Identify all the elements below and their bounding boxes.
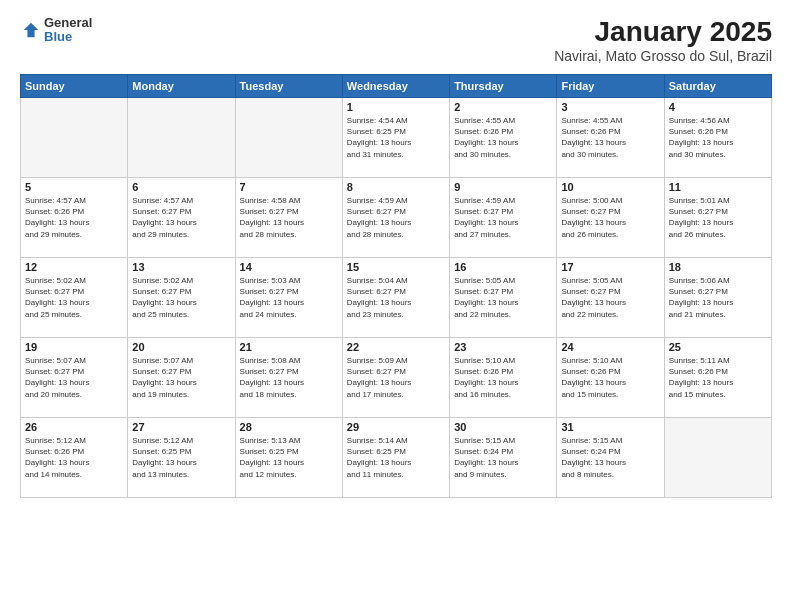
day-cell-0-1 [128, 98, 235, 178]
day-cell-2-3: 15Sunrise: 5:04 AM Sunset: 6:27 PM Dayli… [342, 258, 449, 338]
day-number: 20 [132, 341, 230, 353]
col-sunday: Sunday [21, 75, 128, 98]
day-cell-1-6: 11Sunrise: 5:01 AM Sunset: 6:27 PM Dayli… [664, 178, 771, 258]
day-number: 6 [132, 181, 230, 193]
week-row-4: 19Sunrise: 5:07 AM Sunset: 6:27 PM Dayli… [21, 338, 772, 418]
day-info: Sunrise: 5:02 AM Sunset: 6:27 PM Dayligh… [25, 275, 123, 320]
col-monday: Monday [128, 75, 235, 98]
day-cell-4-3: 29Sunrise: 5:14 AM Sunset: 6:25 PM Dayli… [342, 418, 449, 498]
day-info: Sunrise: 5:07 AM Sunset: 6:27 PM Dayligh… [132, 355, 230, 400]
day-number: 25 [669, 341, 767, 353]
day-number: 30 [454, 421, 552, 433]
col-thursday: Thursday [450, 75, 557, 98]
day-info: Sunrise: 5:08 AM Sunset: 6:27 PM Dayligh… [240, 355, 338, 400]
calendar-table: Sunday Monday Tuesday Wednesday Thursday… [20, 74, 772, 498]
day-cell-3-3: 22Sunrise: 5:09 AM Sunset: 6:27 PM Dayli… [342, 338, 449, 418]
day-info: Sunrise: 5:11 AM Sunset: 6:26 PM Dayligh… [669, 355, 767, 400]
day-cell-0-0 [21, 98, 128, 178]
day-number: 22 [347, 341, 445, 353]
col-tuesday: Tuesday [235, 75, 342, 98]
day-cell-3-5: 24Sunrise: 5:10 AM Sunset: 6:26 PM Dayli… [557, 338, 664, 418]
svg-marker-0 [24, 23, 38, 37]
day-number: 26 [25, 421, 123, 433]
day-number: 29 [347, 421, 445, 433]
day-cell-2-5: 17Sunrise: 5:05 AM Sunset: 6:27 PM Dayli… [557, 258, 664, 338]
day-info: Sunrise: 5:06 AM Sunset: 6:27 PM Dayligh… [669, 275, 767, 320]
week-row-3: 12Sunrise: 5:02 AM Sunset: 6:27 PM Dayli… [21, 258, 772, 338]
day-cell-2-2: 14Sunrise: 5:03 AM Sunset: 6:27 PM Dayli… [235, 258, 342, 338]
day-info: Sunrise: 4:56 AM Sunset: 6:26 PM Dayligh… [669, 115, 767, 160]
day-cell-2-1: 13Sunrise: 5:02 AM Sunset: 6:27 PM Dayli… [128, 258, 235, 338]
day-info: Sunrise: 5:09 AM Sunset: 6:27 PM Dayligh… [347, 355, 445, 400]
day-info: Sunrise: 4:59 AM Sunset: 6:27 PM Dayligh… [454, 195, 552, 240]
day-info: Sunrise: 5:14 AM Sunset: 6:25 PM Dayligh… [347, 435, 445, 480]
week-row-1: 1Sunrise: 4:54 AM Sunset: 6:25 PM Daylig… [21, 98, 772, 178]
day-number: 7 [240, 181, 338, 193]
day-number: 11 [669, 181, 767, 193]
day-number: 9 [454, 181, 552, 193]
day-cell-1-0: 5Sunrise: 4:57 AM Sunset: 6:26 PM Daylig… [21, 178, 128, 258]
day-cell-3-1: 20Sunrise: 5:07 AM Sunset: 6:27 PM Dayli… [128, 338, 235, 418]
day-info: Sunrise: 5:10 AM Sunset: 6:26 PM Dayligh… [454, 355, 552, 400]
day-number: 19 [25, 341, 123, 353]
day-number: 12 [25, 261, 123, 273]
logo-text: General Blue [44, 16, 92, 45]
day-cell-3-6: 25Sunrise: 5:11 AM Sunset: 6:26 PM Dayli… [664, 338, 771, 418]
calendar-body: 1Sunrise: 4:54 AM Sunset: 6:25 PM Daylig… [21, 98, 772, 498]
day-info: Sunrise: 4:59 AM Sunset: 6:27 PM Dayligh… [347, 195, 445, 240]
day-number: 3 [561, 101, 659, 113]
day-info: Sunrise: 4:55 AM Sunset: 6:26 PM Dayligh… [561, 115, 659, 160]
day-number: 14 [240, 261, 338, 273]
day-cell-3-2: 21Sunrise: 5:08 AM Sunset: 6:27 PM Dayli… [235, 338, 342, 418]
day-cell-0-2 [235, 98, 342, 178]
calendar-header: Sunday Monday Tuesday Wednesday Thursday… [21, 75, 772, 98]
day-info: Sunrise: 4:58 AM Sunset: 6:27 PM Dayligh… [240, 195, 338, 240]
day-number: 21 [240, 341, 338, 353]
day-info: Sunrise: 5:01 AM Sunset: 6:27 PM Dayligh… [669, 195, 767, 240]
week-row-5: 26Sunrise: 5:12 AM Sunset: 6:26 PM Dayli… [21, 418, 772, 498]
day-cell-4-5: 31Sunrise: 5:15 AM Sunset: 6:24 PM Dayli… [557, 418, 664, 498]
day-cell-0-4: 2Sunrise: 4:55 AM Sunset: 6:26 PM Daylig… [450, 98, 557, 178]
day-number: 17 [561, 261, 659, 273]
day-number: 1 [347, 101, 445, 113]
page: General Blue January 2025 Navirai, Mato … [0, 0, 792, 612]
day-cell-1-4: 9Sunrise: 4:59 AM Sunset: 6:27 PM Daylig… [450, 178, 557, 258]
day-number: 16 [454, 261, 552, 273]
day-cell-4-4: 30Sunrise: 5:15 AM Sunset: 6:24 PM Dayli… [450, 418, 557, 498]
day-info: Sunrise: 4:57 AM Sunset: 6:27 PM Dayligh… [132, 195, 230, 240]
day-info: Sunrise: 5:13 AM Sunset: 6:25 PM Dayligh… [240, 435, 338, 480]
day-cell-2-4: 16Sunrise: 5:05 AM Sunset: 6:27 PM Dayli… [450, 258, 557, 338]
day-info: Sunrise: 4:57 AM Sunset: 6:26 PM Dayligh… [25, 195, 123, 240]
day-cell-2-0: 12Sunrise: 5:02 AM Sunset: 6:27 PM Dayli… [21, 258, 128, 338]
day-cell-2-6: 18Sunrise: 5:06 AM Sunset: 6:27 PM Dayli… [664, 258, 771, 338]
day-number: 27 [132, 421, 230, 433]
day-cell-1-5: 10Sunrise: 5:00 AM Sunset: 6:27 PM Dayli… [557, 178, 664, 258]
day-info: Sunrise: 5:10 AM Sunset: 6:26 PM Dayligh… [561, 355, 659, 400]
logo-icon [22, 21, 40, 39]
day-info: Sunrise: 5:07 AM Sunset: 6:27 PM Dayligh… [25, 355, 123, 400]
days-header-row: Sunday Monday Tuesday Wednesday Thursday… [21, 75, 772, 98]
day-info: Sunrise: 5:02 AM Sunset: 6:27 PM Dayligh… [132, 275, 230, 320]
day-cell-4-0: 26Sunrise: 5:12 AM Sunset: 6:26 PM Dayli… [21, 418, 128, 498]
day-number: 4 [669, 101, 767, 113]
day-cell-4-6 [664, 418, 771, 498]
day-number: 5 [25, 181, 123, 193]
day-number: 28 [240, 421, 338, 433]
calendar-subtitle: Navirai, Mato Grosso do Sul, Brazil [554, 48, 772, 64]
day-cell-0-3: 1Sunrise: 4:54 AM Sunset: 6:25 PM Daylig… [342, 98, 449, 178]
day-number: 18 [669, 261, 767, 273]
day-cell-4-2: 28Sunrise: 5:13 AM Sunset: 6:25 PM Dayli… [235, 418, 342, 498]
day-number: 10 [561, 181, 659, 193]
day-info: Sunrise: 5:15 AM Sunset: 6:24 PM Dayligh… [454, 435, 552, 480]
day-number: 2 [454, 101, 552, 113]
day-info: Sunrise: 4:55 AM Sunset: 6:26 PM Dayligh… [454, 115, 552, 160]
day-info: Sunrise: 5:15 AM Sunset: 6:24 PM Dayligh… [561, 435, 659, 480]
day-info: Sunrise: 4:54 AM Sunset: 6:25 PM Dayligh… [347, 115, 445, 160]
logo-blue: Blue [44, 30, 92, 44]
day-cell-0-6: 4Sunrise: 4:56 AM Sunset: 6:26 PM Daylig… [664, 98, 771, 178]
calendar-title: January 2025 [554, 16, 772, 48]
title-block: January 2025 Navirai, Mato Grosso do Sul… [554, 16, 772, 64]
day-number: 8 [347, 181, 445, 193]
day-cell-1-1: 6Sunrise: 4:57 AM Sunset: 6:27 PM Daylig… [128, 178, 235, 258]
day-info: Sunrise: 5:12 AM Sunset: 6:26 PM Dayligh… [25, 435, 123, 480]
